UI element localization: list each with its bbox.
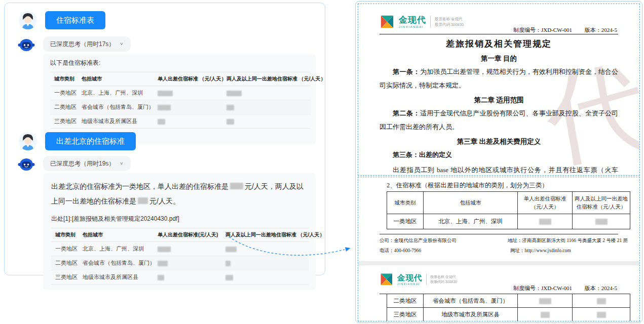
cell-redacted-value [221, 270, 309, 285]
cell-category: 二类地区 [51, 256, 79, 270]
article-label: 第二条： [393, 109, 420, 117]
company-logo: 金现代 JINXIANDAI 股票名称 金现代 股票代码 300830 [380, 272, 457, 287]
source-reference[interactable]: 出处[1]:[差旅报销及相关管理规定20240430.pdf] [51, 215, 308, 223]
chevron-down-icon[interactable]: ∨ [120, 38, 123, 50]
cell-cities: 北京、上海、广州、深圳 [424, 214, 518, 229]
cell-redacted-value [154, 86, 222, 100]
answer-text: 出差北京的住宿标准为一类地区，单人出差的住宿标准是 [51, 182, 229, 190]
stock-code: 股票代码 300830 [435, 22, 464, 27]
col-header: 包括城市 [424, 192, 518, 214]
brand-name-en: JINXIANDAI [397, 282, 423, 286]
table-row: 三类地区 地级市城市及所属区县 [51, 270, 309, 285]
robot-avatar [18, 37, 35, 53]
document-preview: 代 金现代 JINXIANDAI 股票名称 金现代 股票代码 300830 [355, 1, 642, 323]
cell-redacted-value [222, 100, 311, 114]
cell-category: 三类地区 [50, 114, 78, 129]
document-page-1: 代 金现代 JINXIANDAI 股票名称 金现代 股票代码 300830 [358, 4, 640, 176]
table-row: 一类地区 北京、上海、广州、深圳 [387, 214, 630, 229]
col-header: 单人出差住宿标准 （元/人天） [154, 72, 222, 86]
col-header: 城市类别 [387, 192, 424, 214]
col-header: 单人出差住宿标准（元/人天） [518, 192, 573, 214]
redacted-value [138, 197, 148, 204]
col-header: 城市类别 [51, 228, 79, 242]
cell-cities: 地级市城市及所属区县 [79, 270, 154, 285]
cell-redacted-value [573, 308, 630, 321]
table-row: 三类地区 地级市城市及所属区县 [387, 308, 630, 321]
cell-cities: 北京、上海、广州、深圳 [78, 86, 154, 100]
cell-cities: 省会城市（包括青岛、厦门） [79, 256, 154, 270]
table-row: 一类地区 北京、上海、广州、深圳 [50, 86, 311, 100]
user-message-bubble: 住宿标准表 [45, 11, 105, 29]
cell-category: 二类地区 [387, 294, 424, 308]
doc-body: 差旅报销及相关管理规定 第一章 目的 第一条：为加强员工出差管理，规范相关行为，… [380, 35, 618, 176]
footer-address: 地址：济南高新区新泺大街 1166 号奥盛大厦 2 号楼 21 层 [508, 237, 628, 244]
footer-rule [380, 234, 618, 234]
section-heading: 2、住宿标准（根据出差目的地城市的类别，划分为三类） [387, 181, 548, 190]
col-header: 包括城市 [79, 228, 154, 242]
table-row: 三类地区 地级市城市及所属区县 [50, 114, 311, 129]
stock-info: 股票名称 金现代 股票代码 300830 [430, 274, 457, 285]
article-heading: 第三条：出差的定义 [380, 148, 618, 162]
stock-code: 股票代码 300830 [430, 279, 457, 285]
user-avatar [19, 132, 37, 150]
answer-text: 元/人天。 [149, 197, 180, 205]
page-separator [358, 261, 639, 265]
chapter-heading: 第二章 适用范围 [380, 95, 618, 105]
user-message-text: 出差北京的住宿标准 [56, 137, 125, 145]
cell-cities: 省会城市（包括青岛、厦门） [78, 100, 154, 114]
cell-redacted-value [154, 100, 222, 114]
thinking-pill[interactable]: 已深度思考（用时19s） ∨ [43, 156, 131, 171]
table-row: 二类地区 省会城市（包括青岛、厦门） [387, 294, 630, 308]
footer-phone: 电话：400-600-7966 [380, 248, 421, 254]
cell-cities: 北京、上海、广州、深圳 [79, 242, 154, 256]
doc-version: 版本：2024-5 [585, 285, 617, 291]
brand-name: 金现代 JINXIANDAI [399, 16, 426, 28]
footer-company: 公司：金现代信息产业股份有限公司 [380, 237, 457, 244]
article-label: 第一条： [393, 68, 420, 75]
cell-category: 一类地区 [50, 86, 78, 100]
cell-category: 一类地区 [51, 242, 79, 256]
document-page-2: 2、住宿标准（根据出差目的地城市的类别，划分为三类） 城市类别 包括城市 单人出… [358, 177, 640, 321]
cell-category: 三类地区 [387, 308, 424, 321]
assistant-intro-text: 以下是住宿标准表: [50, 59, 309, 67]
hotel-standards-table: 城市类别 包括城市 单人出差住宿标准 （元/人天） 两人及以上同一出差地住宿标准… [50, 72, 311, 129]
doc-hotel-table: 城市类别 包括城市 单人出差住宿标准（元/人天） 两人及以上同一出差地住宿标准（… [387, 191, 630, 229]
thinking-pill[interactable]: 已深度思考（用时17s） ∨ [43, 36, 131, 52]
logo-divider [426, 274, 427, 285]
cell-redacted-value [222, 86, 311, 100]
link-arrow-icon [218, 225, 365, 266]
cell-redacted-value [154, 114, 222, 129]
stock-name: 股票名称 金现代 [430, 274, 457, 279]
chapter-heading: 第一章 目的 [380, 54, 618, 64]
pinwheel-logo-icon [380, 272, 394, 287]
chevron-down-icon[interactable]: ∨ [120, 157, 123, 170]
chapter-heading: 第三章 出差及相关费用定义 [380, 137, 618, 147]
cell-redacted-value [518, 308, 573, 321]
assistant-answer-text: 出差北京的住宿标准为一类地区，单人出差的住宿标准是元/人天，两人及以上同一出差地… [51, 179, 308, 209]
footer-website: 网址：http://www.jxdinfo.com [510, 248, 571, 254]
pinwheel-logo-icon [380, 14, 395, 29]
thinking-pill-label: 已深度思考（用时19s） [50, 156, 115, 171]
thinking-pill-label: 已深度思考（用时17s） [50, 36, 115, 52]
doc-paragraph: 第二条：适用于金现代信息产业股份有限公司、各事业部及控股、全资子公司因工作需出差… [380, 107, 618, 134]
cell-cities: 省会城市（包括青岛、厦门） [424, 294, 518, 308]
header-rule [380, 34, 618, 34]
cell-redacted-value [518, 294, 573, 308]
table-row: 二类地区 省会城市（包括青岛、厦门） [50, 100, 311, 114]
stock-info: 股票名称 金现代 股票代码 300830 [435, 16, 464, 27]
cell-category: 三类地区 [51, 270, 79, 285]
redacted-value [230, 183, 243, 189]
doc-number: 制度编号：JXD-CW-001 [513, 285, 572, 291]
doc-hotel-table-continued: 二类地区 省会城市（包括青岛、厦门） 三类地区 地级市城市及所属区县 [387, 294, 630, 321]
col-header: 两人及以上同一出差地住宿标准（元/人天） [573, 192, 630, 214]
cell-redacted-value [518, 214, 573, 229]
cell-redacted-value [573, 294, 630, 308]
user-message-bubble: 出差北京的住宿标准 [45, 132, 136, 150]
user-message-text: 住宿标准表 [56, 16, 94, 24]
cell-category: 一类地区 [387, 214, 424, 229]
cell-cities: 地级市城市及所属区县 [424, 308, 518, 321]
stock-name: 股票名称 金现代 [435, 16, 464, 22]
brand-name-cn: 金现代 [397, 273, 423, 281]
robot-avatar [18, 157, 35, 172]
cell-cities: 地级市城市及所属区县 [78, 114, 154, 129]
